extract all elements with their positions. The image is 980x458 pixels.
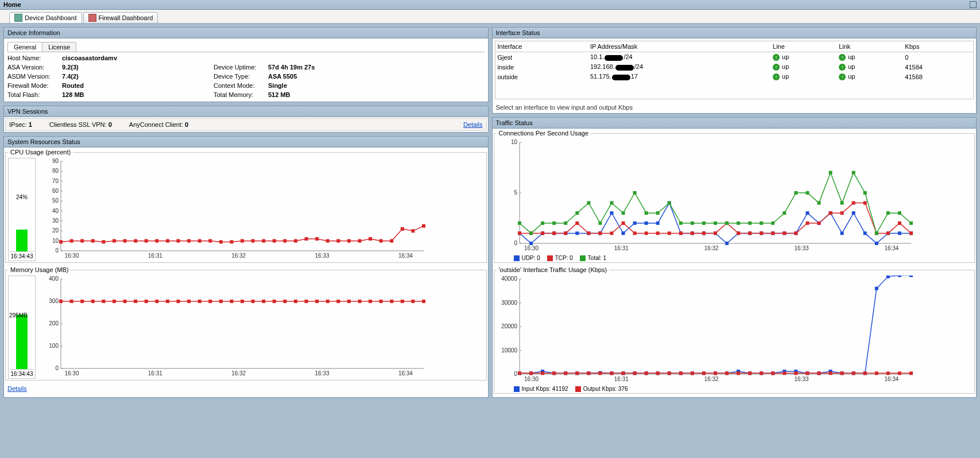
svg-rect-304 bbox=[748, 371, 752, 375]
svg-rect-185 bbox=[783, 231, 786, 235]
svg-text:16:31: 16:31 bbox=[148, 370, 162, 377]
svg-rect-284 bbox=[518, 371, 521, 375]
svg-rect-175 bbox=[667, 231, 671, 235]
svg-text:10000: 10000 bbox=[501, 347, 517, 354]
table-row[interactable]: Gjest10.1./24↑up↑up0 bbox=[495, 52, 974, 63]
device-dashboard-icon bbox=[14, 14, 22, 22]
window-control-icon[interactable] bbox=[970, 1, 977, 8]
col-interface[interactable]: Interface bbox=[495, 41, 588, 52]
mem-chart-svg: 010020030040016:3016:3116:3216:3316:34 bbox=[38, 275, 428, 379]
legend-udp: UDP: 0 bbox=[522, 255, 540, 261]
svg-rect-83 bbox=[102, 300, 105, 303]
table-row[interactable]: outside51.175.17↑up↑up41568 bbox=[495, 72, 974, 81]
svg-rect-113 bbox=[422, 300, 425, 303]
svg-rect-61 bbox=[422, 224, 425, 228]
interface-table: Interface IP Address/Mask Line Link Kbps… bbox=[495, 41, 974, 81]
label: Total Memory: bbox=[214, 91, 268, 98]
svg-rect-191 bbox=[851, 201, 855, 205]
svg-rect-221 bbox=[794, 191, 797, 195]
tab-device-dashboard[interactable]: Device Dashboard bbox=[9, 12, 82, 23]
svg-rect-296 bbox=[656, 371, 659, 375]
cell-line: ↑up bbox=[770, 72, 836, 81]
svg-rect-318 bbox=[909, 371, 913, 375]
svg-rect-44 bbox=[241, 239, 244, 243]
panel-title: System Resources Status bbox=[4, 137, 488, 148]
svg-rect-82 bbox=[91, 300, 95, 303]
col-kbps[interactable]: Kbps bbox=[902, 41, 973, 52]
vpn-details-link[interactable]: Details bbox=[463, 121, 483, 128]
label: ASDM Version: bbox=[7, 73, 62, 80]
legend-out: Output Kbps: 376 bbox=[583, 386, 628, 392]
svg-rect-158 bbox=[874, 242, 878, 245]
svg-rect-94 bbox=[219, 300, 223, 303]
subtab-general[interactable]: General bbox=[7, 42, 42, 52]
svg-rect-28 bbox=[70, 239, 73, 243]
svg-rect-166 bbox=[564, 231, 567, 235]
svg-rect-48 bbox=[283, 239, 286, 243]
label: Device Type: bbox=[214, 73, 268, 80]
svg-rect-89 bbox=[166, 300, 169, 303]
svg-rect-201 bbox=[564, 222, 567, 225]
svg-rect-58 bbox=[390, 239, 393, 243]
svg-text:16:30: 16:30 bbox=[524, 245, 538, 251]
svg-rect-292 bbox=[610, 371, 613, 375]
svg-rect-178 bbox=[702, 231, 705, 235]
svg-rect-164 bbox=[541, 231, 544, 235]
svg-rect-138 bbox=[644, 222, 648, 225]
svg-rect-190 bbox=[840, 211, 843, 215]
chart-title: Connections Per Second Usage bbox=[497, 130, 591, 137]
svg-text:10: 10 bbox=[510, 139, 517, 145]
svg-rect-99 bbox=[273, 300, 276, 303]
subtab-license[interactable]: License bbox=[42, 42, 76, 52]
cell-interface: inside bbox=[495, 62, 588, 72]
svg-rect-155 bbox=[840, 231, 843, 235]
svg-rect-90 bbox=[176, 300, 180, 303]
svg-rect-42 bbox=[219, 240, 223, 243]
svg-rect-209 bbox=[656, 211, 659, 215]
label: Device Uptime: bbox=[214, 64, 268, 71]
table-row[interactable]: inside192.168./24↑up↑up41584 bbox=[495, 62, 974, 72]
col-ip[interactable]: IP Address/Mask bbox=[588, 41, 770, 52]
mem-gauge: 295MB 16:34:43 bbox=[8, 275, 36, 379]
svg-text:16:34: 16:34 bbox=[398, 370, 413, 377]
svg-rect-301 bbox=[714, 371, 717, 375]
svg-text:16:32: 16:32 bbox=[704, 245, 718, 251]
sys-details-link[interactable]: Details bbox=[7, 385, 27, 392]
svg-rect-170 bbox=[610, 231, 613, 235]
svg-rect-223 bbox=[817, 201, 820, 205]
svg-rect-186 bbox=[794, 231, 797, 235]
svg-rect-205 bbox=[610, 201, 613, 205]
panel-title: VPN Sessions bbox=[4, 106, 488, 117]
svg-rect-106 bbox=[347, 300, 351, 303]
svg-rect-282 bbox=[897, 275, 901, 277]
redacted-ip bbox=[612, 75, 630, 80]
svg-rect-32 bbox=[113, 239, 116, 243]
cell-kbps: 0 bbox=[902, 52, 973, 63]
svg-rect-211 bbox=[679, 222, 682, 225]
svg-rect-50 bbox=[305, 237, 308, 240]
svg-rect-182 bbox=[748, 231, 752, 235]
tab-firewall-dashboard-label: Firewall Dashboard bbox=[99, 14, 153, 21]
svg-rect-167 bbox=[575, 222, 579, 225]
svg-rect-176 bbox=[679, 231, 682, 235]
label: Firewall Mode: bbox=[7, 82, 62, 89]
col-link[interactable]: Link bbox=[836, 41, 902, 52]
svg-rect-79 bbox=[59, 300, 63, 303]
tab-firewall-dashboard[interactable]: Firewall Dashboard bbox=[83, 12, 158, 23]
svg-text:400: 400 bbox=[49, 275, 59, 282]
svg-text:16:33: 16:33 bbox=[794, 376, 808, 382]
cell-line: ↑up bbox=[770, 62, 836, 72]
svg-text:16:33: 16:33 bbox=[794, 245, 808, 251]
svg-rect-135 bbox=[610, 211, 613, 215]
svg-rect-35 bbox=[145, 239, 148, 243]
svg-rect-136 bbox=[621, 231, 625, 235]
svg-rect-210 bbox=[667, 201, 671, 205]
up-icon: ↑ bbox=[773, 54, 780, 61]
svg-rect-54 bbox=[347, 239, 351, 243]
svg-rect-285 bbox=[529, 371, 533, 375]
svg-rect-40 bbox=[198, 239, 202, 243]
svg-text:40: 40 bbox=[52, 208, 59, 214]
svg-rect-88 bbox=[155, 300, 158, 303]
cps-legend: UDP: 0 TCP: 0 Total: 1 bbox=[497, 254, 973, 261]
col-line[interactable]: Line bbox=[770, 41, 836, 52]
